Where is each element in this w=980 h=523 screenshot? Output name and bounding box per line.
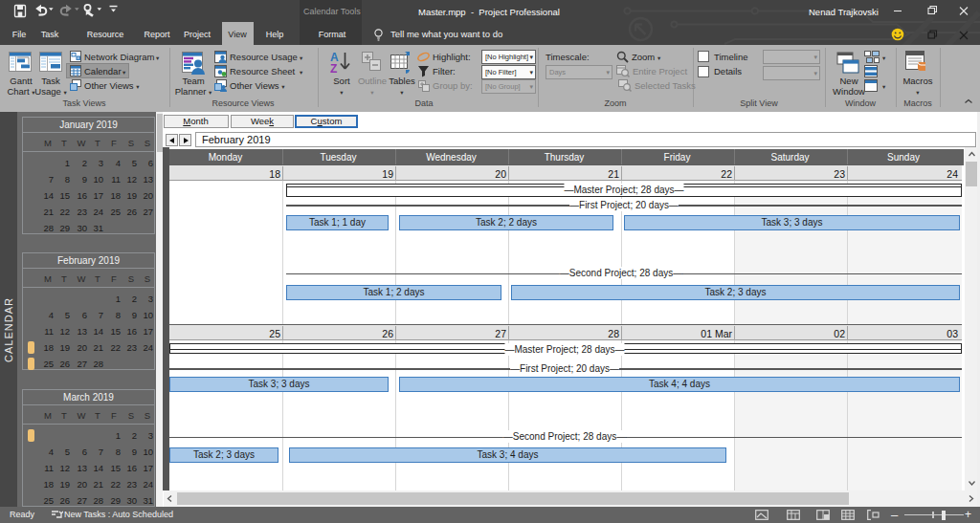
- svg-text:Z: Z: [330, 62, 337, 75]
